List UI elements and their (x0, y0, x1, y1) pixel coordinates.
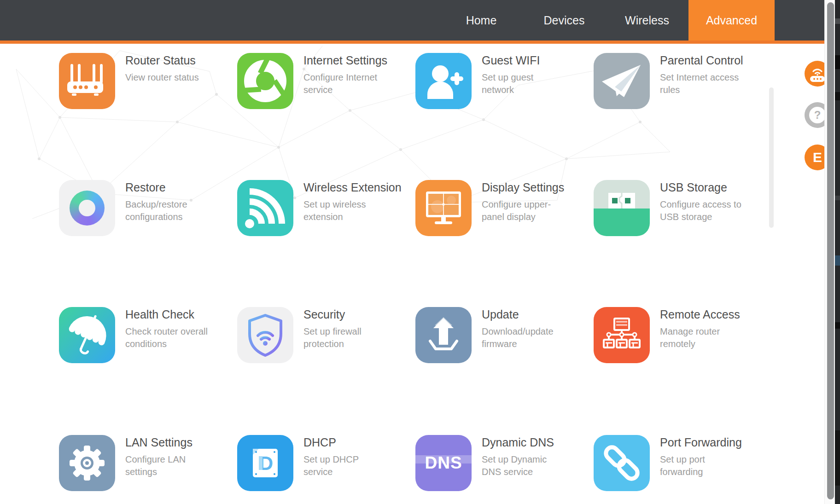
tile-title: Remote Access (660, 308, 759, 321)
tile-restore[interactable]: Restore Backup/restore configurations (59, 180, 237, 307)
nav-tab-advanced[interactable]: Advanced (688, 0, 775, 41)
tile-usb-storage[interactable]: USB Storage Configure access to USB stor… (594, 180, 772, 307)
tile-desc: Set up guest network (482, 71, 581, 96)
tile-title: Dynamic DNS (482, 436, 581, 449)
tile-title: Internet Settings (303, 54, 402, 67)
tile-title: Port Forwarding (660, 436, 759, 449)
tile-title: Wireless Extension (303, 181, 402, 194)
tile-internet-settings[interactable]: Internet Settings Configure Internet ser… (237, 53, 415, 180)
tile-desc: Configure LAN settings (125, 453, 224, 478)
router-icon (59, 53, 115, 109)
content-scrollbar[interactable] (769, 87, 774, 228)
router-admin-page: WAVLINK Home Devices Wireless Advanced (0, 0, 840, 504)
tile-title: Router Status (125, 54, 224, 67)
paper-plane-icon (594, 53, 650, 109)
tile-guest-wifi[interactable]: Guest WIFI Set up guest network (415, 53, 594, 180)
tile-desc: Download/update firmware (482, 325, 581, 350)
tile-desc: Set up wireless extension (303, 198, 402, 223)
tile-display-settings[interactable]: Display Settings Configure upper- panel … (415, 180, 594, 307)
question-mark-icon: ? (809, 107, 826, 123)
tile-title: USB Storage (660, 181, 759, 194)
tile-desc: Set Internet access rules (660, 71, 759, 96)
settings-grid: Router Status View router status Interne… (59, 53, 772, 504)
tile-security[interactable]: Security Set up firewall protection (237, 307, 415, 435)
donut-gradient-icon (59, 180, 115, 236)
tile-title: Restore (125, 181, 224, 194)
umbrella-icon (59, 307, 115, 363)
background-window-edge (835, 0, 840, 504)
tile-desc: Configure access to USB storage (660, 198, 759, 223)
tile-router-status[interactable]: Router Status View router status (59, 53, 237, 180)
navbar-accent-underline (0, 41, 840, 44)
tile-desc: Backup/restore configurations (125, 198, 224, 223)
tile-desc: View router status (125, 71, 224, 84)
upload-arrow-icon (415, 307, 472, 363)
tile-title: Security (303, 308, 402, 321)
shield-wifi-icon (237, 307, 293, 363)
tile-desc: Check router overall conditions (125, 325, 224, 350)
tile-title: Health Check (125, 308, 224, 321)
wifi-signal-icon (237, 180, 293, 236)
main-nav: Home Devices Wireless Advanced (440, 0, 775, 41)
tile-title: Parental Control (660, 54, 759, 67)
tile-dynamic-dns[interactable]: DNS Dynamic DNS Set up Dynamic DNS servi… (415, 435, 594, 504)
tile-desc: Set up port forwarding (660, 453, 759, 478)
tile-desc: Set up DHCP service (303, 453, 402, 478)
globe-shutter-icon (237, 53, 293, 109)
usb-plug-icon (594, 180, 650, 236)
tile-wireless-extension[interactable]: Wireless Extension Set up wireless exten… (237, 180, 415, 307)
tile-desc: Set up firewall protection (303, 325, 402, 350)
tile-parental-control[interactable]: Parental Control Set Internet access rul… (594, 53, 772, 180)
tile-title: Guest WIFI (482, 54, 581, 67)
document-d-icon: D (237, 435, 293, 491)
tile-update[interactable]: Update Download/update firmware (415, 307, 594, 435)
tile-desc: Set up Dynamic DNS service (482, 453, 581, 478)
tile-lan-settings[interactable]: LAN Settings Configure LAN settings (59, 435, 237, 504)
tile-health-check[interactable]: Health Check Check router overall condit… (59, 307, 237, 435)
tile-dhcp[interactable]: D DHCP Set up DHCP service (237, 435, 415, 504)
tile-title: LAN Settings (125, 436, 224, 449)
tile-title: Update (482, 308, 581, 321)
gear-icon (59, 435, 115, 491)
add-user-icon (415, 53, 472, 109)
browser-scrollbar-thumb[interactable] (827, 2, 834, 499)
tile-port-forwarding[interactable]: Port Forwarding Set up port forwarding (594, 435, 772, 504)
network-topology-icon (594, 307, 650, 363)
monitor-icon (415, 180, 472, 236)
dns-text-icon: DNS (415, 435, 472, 491)
tile-title: Display Settings (482, 181, 581, 194)
tile-desc: Configure upper- panel display (482, 198, 581, 223)
tile-desc: Manage router remotely (660, 325, 759, 350)
nav-tab-home[interactable]: Home (440, 0, 523, 41)
nav-tab-wireless[interactable]: Wireless (606, 0, 688, 41)
tile-remote-access[interactable]: Remote Access Manage router remotely (594, 307, 772, 435)
tile-desc: Configure Internet service (303, 71, 402, 96)
chain-link-icon (594, 435, 650, 491)
tile-title: DHCP (303, 436, 402, 449)
nav-tab-devices[interactable]: Devices (523, 0, 606, 41)
